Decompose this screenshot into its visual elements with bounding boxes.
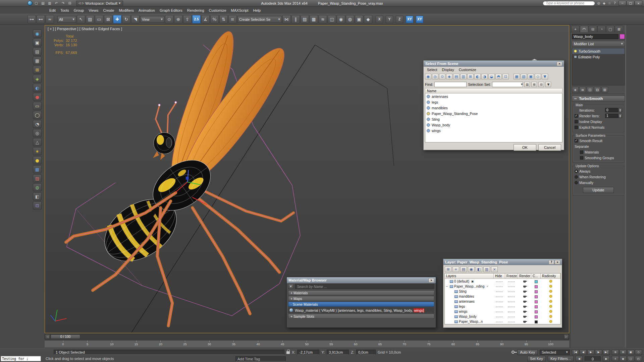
select-layer-objects-icon[interactable]: ▤	[460, 266, 467, 272]
left-toolbar-icon[interactable]: ◔	[33, 120, 42, 128]
left-toolbar-icon[interactable]: ∗	[33, 147, 42, 155]
hide-cell[interactable]: -----	[494, 285, 505, 288]
use-pivot-center-icon[interactable]: ⊙	[165, 15, 173, 23]
workspace-selector[interactable]: ◁ ▷ Workspace: Default ▼	[76, 1, 123, 6]
hide-cell[interactable]: -----	[494, 290, 505, 293]
next-key-button[interactable]: ▶	[603, 356, 610, 361]
color-cell[interactable]	[531, 305, 541, 308]
render-production-icon[interactable]: ◆	[364, 15, 372, 23]
align-icon[interactable]: ∥	[291, 15, 300, 23]
freeze-cell[interactable]: -----	[505, 295, 518, 298]
highlight-layer-icon[interactable]: ◧	[476, 266, 482, 272]
freeze-cell[interactable]: -----	[505, 315, 518, 318]
x-coordinate-field[interactable]: -2,17cm	[297, 350, 319, 355]
reference-coordinate-dropdown[interactable]: View ▼	[140, 16, 164, 23]
help-icon[interactable]: ?	[549, 260, 554, 264]
freeze-cell[interactable]: -----	[505, 290, 518, 293]
save-selection-set-icon[interactable]: ▥	[524, 82, 530, 87]
turbosmooth-rollout-header[interactable]: − TurboSmooth	[572, 96, 625, 102]
fov-icon[interactable]: ◇	[635, 350, 642, 355]
communication-center-icon[interactable]: ◈	[601, 1, 607, 6]
time-slider-handle[interactable]: 0 / 100	[51, 335, 80, 339]
maps-section-header[interactable]: + Maps	[288, 296, 434, 301]
hide-cell[interactable]: -----	[494, 305, 505, 308]
name-column-header[interactable]: Name	[425, 88, 562, 94]
freeze-cell[interactable]: -----	[505, 320, 518, 323]
restrict-plane-flyout-button[interactable]: XY	[416, 16, 423, 23]
hide-cell[interactable]: -----	[494, 300, 505, 303]
wasp-legs-far[interactable]	[193, 189, 293, 314]
dialog-titlebar[interactable]: Select From Scene ×	[424, 61, 564, 67]
hide-cell[interactable]: -----	[494, 310, 505, 313]
display-filter-icon[interactable]: ◉	[425, 74, 431, 79]
display-filter-icon[interactable]: ◈	[446, 74, 452, 79]
close-icon[interactable]: ×	[429, 278, 434, 283]
dialog-menu-item[interactable]: Customize	[457, 67, 478, 72]
left-toolbar-icon[interactable]: ◐	[33, 84, 42, 92]
left-toolbar-icon[interactable]: ◉	[33, 29, 42, 38]
menu-item[interactable]: Group	[71, 8, 87, 13]
restrict-x-button[interactable]: X	[376, 16, 383, 23]
wasp-head[interactable]	[153, 102, 177, 160]
tab-utilities[interactable]: ⊠	[615, 26, 623, 32]
render-cell[interactable]	[518, 295, 531, 298]
select-and-rotate-icon[interactable]: ↻	[122, 15, 130, 23]
freeze-cell[interactable]: -----	[505, 310, 518, 313]
modifier-stack-item-turbosmooth[interactable]: TurboSmooth	[572, 48, 625, 54]
layer-manager-icon[interactable]: ▤	[301, 15, 309, 23]
left-toolbar-icon[interactable]: ●	[33, 93, 42, 101]
set-key-button[interactable]: Set Key	[527, 356, 546, 361]
freeze-cell[interactable]: -----	[505, 305, 518, 308]
scene-object-row[interactable]: Paper_Wasp_Standing_Pose	[425, 111, 562, 116]
freeze-cell[interactable]: -----	[505, 285, 518, 288]
save-file-icon[interactable]: ▥	[47, 1, 53, 6]
select-and-scale-icon[interactable]: ◥	[131, 15, 140, 23]
menu-item[interactable]: Rendering	[185, 8, 207, 13]
menu-item[interactable]: Help	[251, 8, 263, 13]
restrict-y-button[interactable]: Y	[386, 16, 393, 23]
material-search-input[interactable]: Search by Name ...	[295, 284, 434, 289]
search-button[interactable]: ◎	[596, 1, 601, 6]
zoom-all-icon[interactable]: ⊞	[620, 350, 627, 355]
modifier-stack[interactable]: TurboSmooth Editable Poly	[572, 48, 625, 85]
tab-create[interactable]: +	[571, 26, 580, 32]
restrict-z-button[interactable]: Z	[396, 16, 403, 23]
cancel-button[interactable]: Cancel	[538, 144, 561, 151]
scene-object-row[interactable]: mandibles	[425, 105, 562, 111]
smoothing-groups-checkbox[interactable]	[580, 156, 583, 160]
color-cell[interactable]	[531, 315, 541, 318]
material-editor-icon[interactable]: ◉	[337, 15, 345, 23]
hide-cell[interactable]: -----	[494, 295, 505, 298]
named-selection-sets-dropdown[interactable]: Create Selection Se ▼	[237, 16, 282, 23]
scene-object-row[interactable]: Sting	[425, 116, 562, 122]
modifier-enabled-icon[interactable]	[574, 50, 577, 53]
infocenter-search-input[interactable]	[543, 1, 595, 6]
left-toolbar-icon[interactable]: ⊡	[33, 201, 42, 209]
layer-row[interactable]: Wasp_body ----- -----	[445, 314, 560, 319]
render-iters-spinner[interactable]: 1 ▲▼	[605, 114, 622, 118]
menu-item[interactable]: Animation	[136, 8, 157, 13]
add-selection-set-icon[interactable]: ⊞	[531, 82, 537, 87]
menu-item[interactable]: MAXScript	[229, 8, 251, 13]
column-option-icon[interactable]: ▧	[521, 74, 527, 79]
isoline-display-checkbox[interactable]	[575, 120, 578, 123]
dialog-titlebar[interactable]: Layer: Paper_Wasp_Standing_Pose ? ×	[443, 259, 562, 265]
redo-icon[interactable]: ↷	[60, 1, 66, 6]
explicit-normals-checkbox[interactable]	[575, 126, 578, 129]
display-filter-icon[interactable]: ◑	[481, 74, 488, 79]
layer-row[interactable]: Paper_Wasp...n ----- -----	[445, 319, 560, 324]
left-toolbar-icon[interactable]: ▭	[33, 102, 42, 110]
render-cell[interactable]	[518, 280, 531, 283]
schematic-view-icon[interactable]: ◫	[328, 15, 336, 23]
workspace-next-icon[interactable]: ▷	[82, 2, 84, 5]
tab-display[interactable]: ▢	[606, 26, 614, 32]
column-option-icon[interactable]: ◇	[535, 74, 541, 79]
window-crossing-icon[interactable]: ⊠	[104, 15, 112, 23]
selection-set-dropdown[interactable]: ▼	[492, 82, 523, 87]
layer-row[interactable]: 0 (default) ▣ ----- -----	[445, 279, 560, 284]
display-filter-icon[interactable]: ▥	[460, 74, 467, 79]
ok-button[interactable]: OK	[514, 144, 536, 151]
maximize-viewport-toggle-icon[interactable]: ◰	[635, 356, 642, 361]
rendered-frame-icon[interactable]: ▣	[355, 15, 363, 23]
browser-options-icon[interactable]: ▼	[288, 284, 293, 289]
